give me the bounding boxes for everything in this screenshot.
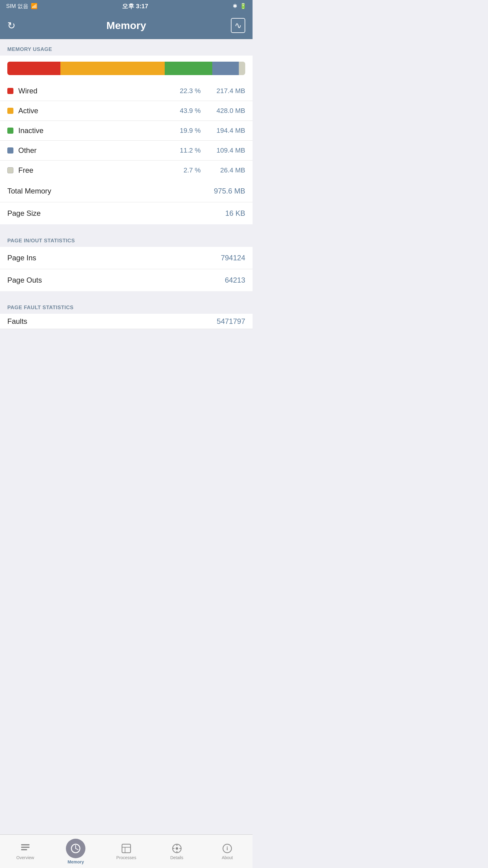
memory-row: Wired22.3 %217.4 MB bbox=[0, 81, 253, 101]
row-percent: 2.7 % bbox=[170, 166, 201, 174]
stats-row-value: 64213 bbox=[225, 276, 245, 284]
row-label: Wired bbox=[18, 87, 170, 95]
page-size-label: Page Size bbox=[7, 209, 40, 218]
stats-row-label: Page Ins bbox=[7, 254, 36, 262]
memory-row: Inactive19.9 %194.4 MB bbox=[0, 121, 253, 141]
memory-usage-section-header: MEMORY USAGE bbox=[0, 39, 253, 56]
row-label: Active bbox=[18, 106, 170, 115]
memory-row: Other11.2 %109.4 MB bbox=[0, 141, 253, 160]
page-fault-partial: Faults 5471797 bbox=[0, 314, 253, 329]
faults-value: 5471797 bbox=[217, 317, 245, 326]
page-inout-rows: Page Ins794124Page Outs64213 bbox=[0, 247, 253, 291]
memory-row: Free2.7 %26.4 MB bbox=[0, 160, 253, 180]
total-memory-row: Total Memory 975.6 MB bbox=[0, 180, 253, 203]
wifi-icon: 📶 bbox=[31, 3, 37, 9]
spacer-2 bbox=[0, 291, 253, 297]
color-dot bbox=[7, 167, 13, 173]
refresh-button[interactable]: ↻ bbox=[7, 20, 15, 31]
stats-row-label: Page Outs bbox=[7, 276, 42, 284]
faults-label: Faults bbox=[7, 317, 27, 326]
chart-button[interactable]: ∿ bbox=[231, 18, 245, 33]
total-memory-value: 975.6 MB bbox=[214, 187, 245, 195]
faults-row-partial: Faults 5471797 bbox=[0, 314, 253, 329]
color-dot bbox=[7, 88, 13, 94]
carrier-text: SIM 없음 bbox=[6, 2, 28, 10]
bluetooth-icon: ✱ bbox=[233, 3, 237, 9]
row-value: 428.0 MB bbox=[205, 107, 245, 115]
color-dot bbox=[7, 147, 13, 154]
page-inout-row: Page Outs64213 bbox=[0, 269, 253, 291]
row-percent: 43.9 % bbox=[170, 107, 201, 115]
row-percent: 19.9 % bbox=[170, 127, 201, 134]
bar-segment bbox=[60, 62, 165, 75]
page-size-row: Page Size 16 KB bbox=[0, 203, 253, 224]
row-value: 26.4 MB bbox=[205, 166, 245, 174]
status-time: 오후 3:17 bbox=[122, 2, 148, 10]
summary-rows: Total Memory 975.6 MB Page Size 16 KB bbox=[0, 180, 253, 224]
bar-segment bbox=[165, 62, 212, 75]
status-bar: SIM 없음 📶 오후 3:17 ✱ 🔋 bbox=[0, 0, 253, 12]
row-percent: 22.3 % bbox=[170, 87, 201, 95]
status-left: SIM 없음 📶 bbox=[6, 2, 37, 10]
bottom-spacer bbox=[0, 329, 253, 369]
page-fault-section-header: PAGE FAULT STATISTICS bbox=[0, 297, 253, 314]
memory-bar bbox=[7, 62, 245, 75]
bar-segment bbox=[212, 62, 239, 75]
stats-row-value: 794124 bbox=[221, 254, 245, 262]
spacer-1 bbox=[0, 224, 253, 230]
bar-segment bbox=[7, 62, 60, 75]
row-percent: 11.2 % bbox=[170, 147, 201, 154]
memory-row: Active43.9 %428.0 MB bbox=[0, 101, 253, 121]
color-dot bbox=[7, 108, 13, 114]
nav-title: Memory bbox=[106, 20, 146, 31]
memory-bar-container bbox=[0, 56, 253, 81]
row-label: Free bbox=[18, 166, 170, 175]
page-inout-section-header: PAGE IN/OUT STATISTICS bbox=[0, 230, 253, 247]
total-memory-label: Total Memory bbox=[7, 187, 51, 195]
row-label: Inactive bbox=[18, 126, 170, 135]
battery-icon: 🔋 bbox=[240, 3, 247, 9]
bar-segment bbox=[239, 62, 245, 75]
row-label: Other bbox=[18, 146, 170, 155]
row-value: 217.4 MB bbox=[205, 87, 245, 95]
nav-bar: ↻ Memory ∿ bbox=[0, 12, 253, 39]
status-right: ✱ 🔋 bbox=[233, 3, 247, 9]
page-size-value: 16 KB bbox=[225, 209, 245, 218]
memory-rows: Wired22.3 %217.4 MBActive43.9 %428.0 MBI… bbox=[0, 81, 253, 180]
row-value: 194.4 MB bbox=[205, 127, 245, 134]
row-value: 109.4 MB bbox=[205, 147, 245, 154]
color-dot bbox=[7, 128, 13, 134]
page-inout-row: Page Ins794124 bbox=[0, 247, 253, 269]
